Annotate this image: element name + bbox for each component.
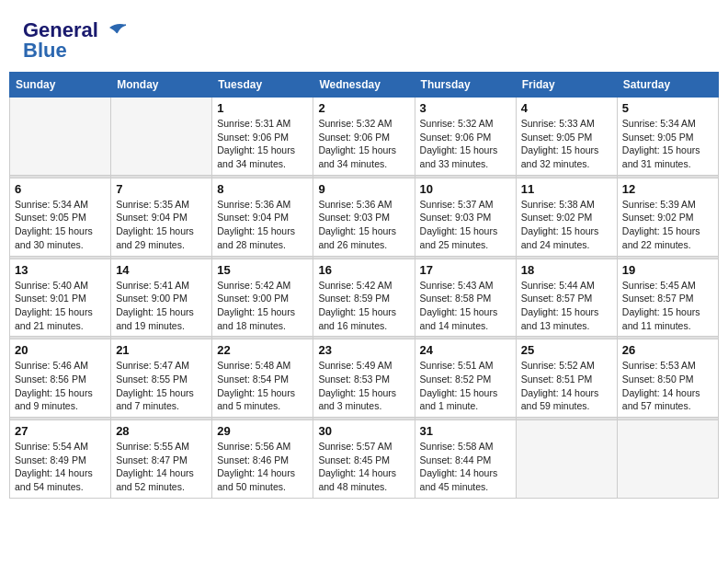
calendar-cell: 8Sunrise: 5:36 AM Sunset: 9:04 PM Daylig… [212,178,313,256]
weekday-header-sunday: Sunday [10,73,111,98]
weekday-header-friday: Friday [516,73,617,98]
day-number: 31 [420,424,511,438]
weekday-header-wednesday: Wednesday [313,73,415,98]
day-info: Sunrise: 5:44 AM Sunset: 8:57 PM Dayligh… [521,279,612,333]
day-number: 26 [622,343,713,357]
day-number: 27 [15,424,106,438]
day-number: 24 [420,343,511,357]
day-info: Sunrise: 5:56 AM Sunset: 8:46 PM Dayligh… [217,440,308,494]
day-info: Sunrise: 5:58 AM Sunset: 8:44 PM Dayligh… [420,440,511,494]
calendar-cell: 27Sunrise: 5:54 AM Sunset: 8:49 PM Dayli… [10,420,111,499]
calendar-cell: 9Sunrise: 5:36 AM Sunset: 9:03 PM Daylig… [313,178,415,256]
day-info: Sunrise: 5:32 AM Sunset: 9:06 PM Dayligh… [420,117,511,171]
day-info: Sunrise: 5:40 AM Sunset: 9:01 PM Dayligh… [15,279,106,333]
calendar-cell: 10Sunrise: 5:37 AM Sunset: 9:03 PM Dayli… [415,178,516,256]
logo-bird-icon [100,20,128,40]
calendar-cell: 14Sunrise: 5:41 AM Sunset: 9:00 PM Dayli… [111,259,212,337]
calendar-cell: 4Sunrise: 5:33 AM Sunset: 9:05 PM Daylig… [516,98,617,176]
day-number: 25 [521,343,612,357]
day-info: Sunrise: 5:38 AM Sunset: 9:02 PM Dayligh… [521,198,612,252]
day-number: 14 [116,263,207,277]
day-info: Sunrise: 5:43 AM Sunset: 8:58 PM Dayligh… [420,279,511,333]
day-number: 29 [217,424,308,438]
day-info: Sunrise: 5:39 AM Sunset: 9:02 PM Dayligh… [622,198,713,252]
day-number: 8 [217,182,308,196]
calendar-cell: 28Sunrise: 5:55 AM Sunset: 8:47 PM Dayli… [111,420,212,499]
day-info: Sunrise: 5:36 AM Sunset: 9:04 PM Dayligh… [217,198,308,252]
logo: General Blue [23,18,128,63]
calendar-cell [617,420,718,499]
calendar-cell: 2Sunrise: 5:32 AM Sunset: 9:06 PM Daylig… [313,98,415,176]
weekday-header-saturday: Saturday [617,73,718,98]
calendar-week-row: 20Sunrise: 5:46 AM Sunset: 8:56 PM Dayli… [10,339,719,418]
calendar-cell: 1Sunrise: 5:31 AM Sunset: 9:06 PM Daylig… [212,98,313,176]
day-info: Sunrise: 5:54 AM Sunset: 8:49 PM Dayligh… [15,440,106,494]
weekday-header-tuesday: Tuesday [212,73,313,98]
calendar-cell: 5Sunrise: 5:34 AM Sunset: 9:05 PM Daylig… [617,98,718,176]
calendar-cell: 18Sunrise: 5:44 AM Sunset: 8:57 PM Dayli… [516,259,617,337]
day-number: 10 [420,182,511,196]
day-info: Sunrise: 5:34 AM Sunset: 9:05 PM Dayligh… [15,198,106,252]
day-info: Sunrise: 5:42 AM Sunset: 9:00 PM Dayligh… [217,279,308,333]
calendar-cell [10,98,111,176]
day-number: 23 [318,343,409,357]
calendar-cell: 24Sunrise: 5:51 AM Sunset: 8:52 PM Dayli… [415,339,516,418]
calendar-cell: 15Sunrise: 5:42 AM Sunset: 9:00 PM Dayli… [212,259,313,337]
day-info: Sunrise: 5:33 AM Sunset: 9:05 PM Dayligh… [521,117,612,171]
day-info: Sunrise: 5:42 AM Sunset: 8:59 PM Dayligh… [318,279,409,333]
day-info: Sunrise: 5:57 AM Sunset: 8:45 PM Dayligh… [318,440,409,494]
calendar-cell: 17Sunrise: 5:43 AM Sunset: 8:58 PM Dayli… [415,259,516,337]
weekday-header-monday: Monday [111,73,212,98]
day-number: 21 [116,343,207,357]
calendar-cell: 31Sunrise: 5:58 AM Sunset: 8:44 PM Dayli… [415,420,516,499]
calendar-cell [111,98,212,176]
calendar-cell: 6Sunrise: 5:34 AM Sunset: 9:05 PM Daylig… [10,178,111,256]
day-info: Sunrise: 5:34 AM Sunset: 9:05 PM Dayligh… [622,117,713,171]
day-info: Sunrise: 5:36 AM Sunset: 9:03 PM Dayligh… [318,198,409,252]
calendar-cell: 3Sunrise: 5:32 AM Sunset: 9:06 PM Daylig… [415,98,516,176]
day-number: 19 [622,263,713,277]
day-number: 3 [420,101,511,115]
day-info: Sunrise: 5:46 AM Sunset: 8:56 PM Dayligh… [15,359,106,413]
calendar-cell: 26Sunrise: 5:53 AM Sunset: 8:50 PM Dayli… [617,339,718,418]
day-info: Sunrise: 5:49 AM Sunset: 8:53 PM Dayligh… [318,359,409,413]
calendar-week-row: 27Sunrise: 5:54 AM Sunset: 8:49 PM Dayli… [10,420,719,499]
day-info: Sunrise: 5:32 AM Sunset: 9:06 PM Dayligh… [318,117,409,171]
day-info: Sunrise: 5:51 AM Sunset: 8:52 PM Dayligh… [420,359,511,413]
day-number: 12 [622,182,713,196]
day-info: Sunrise: 5:37 AM Sunset: 9:03 PM Dayligh… [420,198,511,252]
calendar-cell: 22Sunrise: 5:48 AM Sunset: 8:54 PM Dayli… [212,339,313,418]
calendar-cell [516,420,617,499]
calendar-cell: 23Sunrise: 5:49 AM Sunset: 8:53 PM Dayli… [313,339,415,418]
day-number: 1 [217,101,308,115]
day-number: 4 [521,101,612,115]
calendar-week-row: 13Sunrise: 5:40 AM Sunset: 9:01 PM Dayli… [10,259,719,337]
calendar-cell: 30Sunrise: 5:57 AM Sunset: 8:45 PM Dayli… [313,420,415,499]
logo-blue-text: Blue [23,39,67,63]
calendar-cell: 20Sunrise: 5:46 AM Sunset: 8:56 PM Dayli… [10,339,111,418]
calendar-cell: 7Sunrise: 5:35 AM Sunset: 9:04 PM Daylig… [111,178,212,256]
day-info: Sunrise: 5:35 AM Sunset: 9:04 PM Dayligh… [116,198,207,252]
calendar-cell: 25Sunrise: 5:52 AM Sunset: 8:51 PM Dayli… [516,339,617,418]
day-number: 9 [318,182,409,196]
calendar-cell: 19Sunrise: 5:45 AM Sunset: 8:57 PM Dayli… [617,259,718,337]
day-info: Sunrise: 5:47 AM Sunset: 8:55 PM Dayligh… [116,359,207,413]
day-number: 6 [15,182,106,196]
weekday-header-thursday: Thursday [415,73,516,98]
day-number: 16 [318,263,409,277]
day-info: Sunrise: 5:45 AM Sunset: 8:57 PM Dayligh… [622,279,713,333]
calendar-cell: 29Sunrise: 5:56 AM Sunset: 8:46 PM Dayli… [212,420,313,499]
day-number: 13 [15,263,106,277]
day-number: 18 [521,263,612,277]
calendar-cell: 12Sunrise: 5:39 AM Sunset: 9:02 PM Dayli… [617,178,718,256]
day-number: 2 [318,101,409,115]
calendar-week-row: 6Sunrise: 5:34 AM Sunset: 9:05 PM Daylig… [10,178,719,256]
calendar-table: SundayMondayTuesdayWednesdayThursdayFrid… [9,72,719,499]
calendar-week-row: 1Sunrise: 5:31 AM Sunset: 9:06 PM Daylig… [10,98,719,176]
day-number: 30 [318,424,409,438]
calendar-cell: 11Sunrise: 5:38 AM Sunset: 9:02 PM Dayli… [516,178,617,256]
calendar-header-row: SundayMondayTuesdayWednesdayThursdayFrid… [10,73,719,98]
day-number: 15 [217,263,308,277]
day-info: Sunrise: 5:52 AM Sunset: 8:51 PM Dayligh… [521,359,612,413]
day-info: Sunrise: 5:53 AM Sunset: 8:50 PM Dayligh… [622,359,713,413]
